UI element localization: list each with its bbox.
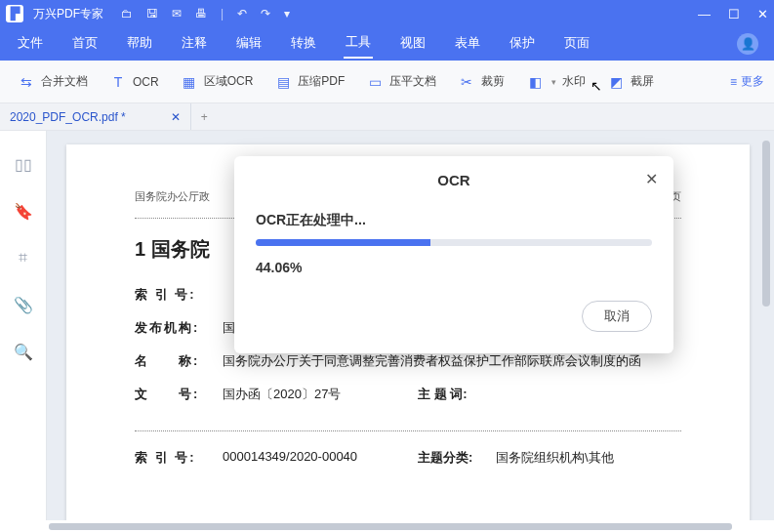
progress-percent: 44.06% bbox=[256, 260, 652, 275]
field-label: 名 称: bbox=[135, 352, 223, 370]
menu-annotate[interactable]: 注释 bbox=[180, 30, 209, 58]
titlebar-quick-actions: 🗀 🖫 ✉ 🖶 | ↶ ↷ ▾ bbox=[121, 7, 290, 20]
ocr-status-text: OCR正在处理中... bbox=[256, 212, 652, 229]
menu-file[interactable]: 文件 bbox=[16, 30, 45, 58]
app-logo: ▛ bbox=[6, 5, 23, 22]
progress-bar-fill bbox=[256, 239, 430, 246]
redo-icon[interactable]: ↷ bbox=[261, 7, 270, 20]
tab-close-icon[interactable]: ✕ bbox=[171, 110, 181, 124]
maximize-button[interactable]: ☐ bbox=[728, 7, 740, 21]
field-label: 主题分类: bbox=[418, 449, 496, 467]
horizontal-scrollbar[interactable] bbox=[47, 522, 758, 532]
field-label: 发布机构: bbox=[135, 319, 223, 337]
flatten-icon: ▭ bbox=[366, 73, 384, 91]
tool-label: 压缩PDF bbox=[298, 73, 345, 90]
tool-label: 合并文档 bbox=[41, 73, 88, 90]
ocr-icon: T bbox=[109, 73, 127, 91]
field-value: 000014349/2020-00040 bbox=[223, 449, 418, 467]
tool-label: OCR bbox=[133, 75, 159, 89]
vertical-scrollbar[interactable] bbox=[760, 131, 772, 520]
document-tabbar: 2020_PDF_OCR.pdf * ✕ + bbox=[0, 103, 774, 131]
dialog-close-icon[interactable]: ✕ bbox=[645, 170, 658, 188]
bookmark-icon[interactable]: 🔖 bbox=[14, 201, 33, 221]
print-icon[interactable]: 🖶 bbox=[195, 7, 207, 20]
minimize-button[interactable]: — bbox=[698, 7, 711, 21]
tool-label: 水印 bbox=[562, 73, 586, 90]
page-header-left: 国务院办公厅政 bbox=[135, 189, 210, 204]
field-label: 主 题 词: bbox=[418, 386, 496, 403]
left-sidebar: ▯▯ 🔖 ⌗ 📎 🔍 bbox=[0, 131, 47, 520]
menubar: 文件 首页 帮助 注释 编辑 转换 工具 视图 表单 保护 页面 👤 bbox=[0, 27, 774, 61]
field-value: 国办函〔2020〕27号 bbox=[223, 386, 418, 403]
tool-crop[interactable]: ✂裁剪 bbox=[450, 69, 512, 95]
divider: | bbox=[221, 7, 224, 20]
user-avatar[interactable]: 👤 bbox=[737, 33, 758, 55]
tab-label: 2020_PDF_OCR.pdf * bbox=[10, 110, 126, 124]
mail-icon[interactable]: ✉ bbox=[172, 7, 182, 20]
menu-edit[interactable]: 编辑 bbox=[234, 30, 264, 58]
scrollbar-thumb[interactable] bbox=[762, 141, 770, 307]
field-label: 索 引 号: bbox=[135, 286, 223, 304]
tool-label: 截屏 bbox=[631, 73, 654, 90]
tool-screenshot[interactable]: ◩截屏 bbox=[599, 69, 662, 95]
field-value: 国务院组织机构\其他 bbox=[496, 449, 681, 467]
document-tab[interactable]: 2020_PDF_OCR.pdf * ✕ bbox=[0, 103, 191, 130]
cancel-button[interactable]: 取消 bbox=[582, 301, 652, 332]
thumbnails-icon[interactable]: ▯▯ bbox=[14, 154, 33, 174]
compress-icon: ▤ bbox=[274, 73, 292, 91]
scrollbar-thumb[interactable] bbox=[49, 523, 732, 530]
dialog-title: OCR bbox=[256, 172, 652, 188]
chevron-down-icon: ▾ bbox=[551, 77, 556, 87]
merge-icon: ⇆ bbox=[18, 73, 35, 91]
app-title: 万兴PDF专家 bbox=[33, 6, 103, 22]
watermark-icon: ◧ bbox=[526, 73, 544, 91]
progress-bar bbox=[256, 239, 652, 246]
menu-home[interactable]: 首页 bbox=[70, 30, 100, 58]
tool-flatten[interactable]: ▭压平文档 bbox=[358, 69, 444, 95]
tool-label: 压平文档 bbox=[389, 73, 436, 90]
toolbar: ⇆合并文档 TOCR ▦区域OCR ▤压缩PDF ▭压平文档 ✂裁剪 ◧▾水印 … bbox=[0, 61, 774, 103]
new-tab-button[interactable]: + bbox=[191, 110, 218, 124]
attachment-clip-icon[interactable]: 📎 bbox=[14, 295, 33, 314]
menu-page[interactable]: 页面 bbox=[562, 30, 591, 58]
area-ocr-icon: ▦ bbox=[181, 73, 198, 91]
more-label: 更多 bbox=[741, 73, 764, 90]
attachments-icon[interactable]: ⌗ bbox=[14, 248, 33, 267]
tool-compress[interactable]: ▤压缩PDF bbox=[266, 69, 352, 95]
field-label: 索 引 号: bbox=[135, 449, 223, 467]
screenshot-icon: ◩ bbox=[607, 73, 625, 91]
tool-area-ocr[interactable]: ▦区域OCR bbox=[173, 69, 262, 95]
tool-ocr[interactable]: TOCR bbox=[102, 69, 167, 95]
crop-icon: ✂ bbox=[458, 73, 475, 91]
menu-convert[interactable]: 转换 bbox=[289, 30, 318, 58]
tool-label: 区域OCR bbox=[204, 73, 254, 90]
search-icon[interactable]: 🔍 bbox=[14, 342, 33, 361]
close-button[interactable]: ✕ bbox=[757, 7, 768, 21]
menu-help[interactable]: 帮助 bbox=[125, 30, 154, 58]
tool-label: 裁剪 bbox=[481, 73, 505, 90]
titlebar: ▛ 万兴PDF专家 🗀 🖫 ✉ 🖶 | ↶ ↷ ▾ — ☐ ✕ bbox=[0, 0, 774, 27]
menu-view[interactable]: 视图 bbox=[398, 30, 428, 58]
open-icon[interactable]: 🗀 bbox=[121, 7, 133, 20]
tool-watermark[interactable]: ◧▾水印 bbox=[518, 69, 593, 95]
undo-icon[interactable]: ↶ bbox=[237, 7, 247, 20]
field-value: 国务院办公厅关于同意调整完善消费者权益保护工作部际联席会议制度的函 bbox=[223, 352, 681, 370]
window-controls: — ☐ ✕ bbox=[698, 7, 768, 21]
menu-protect[interactable]: 保护 bbox=[508, 30, 537, 58]
ocr-progress-dialog: OCR ✕ OCR正在处理中... 44.06% 取消 bbox=[234, 156, 673, 353]
save-icon[interactable]: 🖫 bbox=[146, 7, 158, 20]
dropdown-icon[interactable]: ▾ bbox=[284, 7, 290, 20]
menu-form[interactable]: 表单 bbox=[453, 30, 482, 58]
tool-merge[interactable]: ⇆合并文档 bbox=[10, 69, 96, 95]
menu-tools[interactable]: 工具 bbox=[344, 29, 373, 59]
toolbar-overflow[interactable]: ≡更多 bbox=[730, 73, 764, 90]
field-label: 文 号: bbox=[135, 386, 223, 403]
